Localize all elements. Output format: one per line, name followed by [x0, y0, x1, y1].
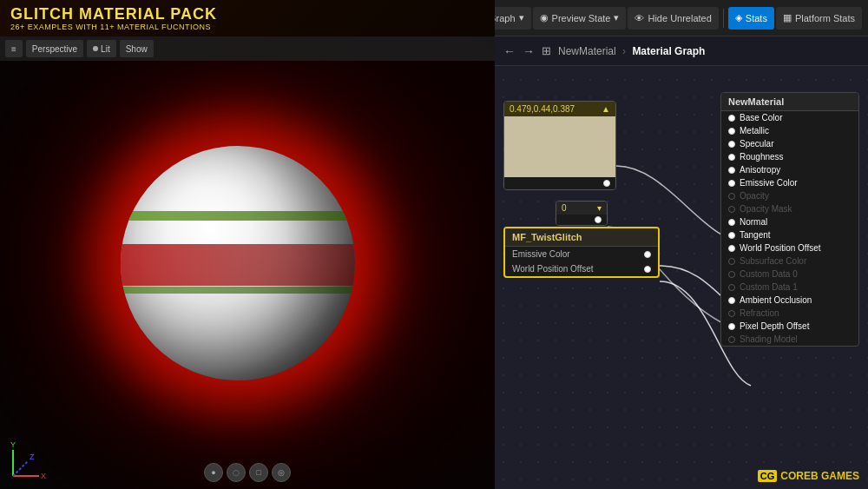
viewport-toolbar: ≡ Perspective Lit Show [0, 36, 495, 61]
viewport-menu-button[interactable]: ≡ [5, 40, 23, 57]
pin-label: Opacity [740, 191, 769, 201]
svg-line-2 [13, 461, 28, 476]
svg-text:X: X [41, 472, 46, 480]
show-button[interactable]: Show [120, 40, 154, 57]
platform-stats-button[interactable]: ▦ Platform Stats [776, 7, 862, 30]
pin-dot[interactable] [728, 258, 735, 265]
preview-state-button[interactable]: ◉ Preview State ▾ [533, 7, 627, 30]
pin-dot[interactable] [728, 115, 735, 122]
pin-dot[interactable] [728, 167, 735, 174]
perspective-button[interactable]: Perspective [26, 40, 83, 57]
mat-pin-base-color: Base Color [721, 111, 858, 124]
mat-pin-anisotropy: Anisotropy [721, 163, 858, 176]
separator-2 [723, 9, 724, 28]
brand-title: GLITCH MATERIAL PACK [10, 6, 495, 22]
forward-arrow[interactable]: → [523, 44, 535, 58]
viewport-bottom-icons: ● ◌ □ ◎ [204, 463, 291, 482]
mat-pin-pixel-depth-offset: Pixel Depth Offset [721, 320, 858, 333]
pin-label: Refraction [740, 308, 779, 318]
mat-pin-normal: Normal [721, 215, 858, 228]
pin-dot[interactable] [728, 323, 735, 330]
viewport-icon-1[interactable]: ● [204, 463, 223, 482]
mat-pin-tangent: Tangent [721, 228, 858, 241]
int-node-output [556, 215, 607, 225]
material-node: NewMaterial Base ColorMetallicSpecularRo… [720, 92, 859, 347]
pin-dot[interactable] [728, 206, 735, 213]
mat-pin-custom-data-0: Custom Data 0 [721, 268, 858, 281]
pin-label: Emissive Color [740, 178, 798, 188]
pin-label: Subsurface Color [740, 256, 806, 266]
pin-dot[interactable] [728, 154, 735, 161]
pin-label: Normal [740, 217, 767, 227]
stats-button[interactable]: ◈ Stats [728, 7, 774, 30]
pin-label: Tangent [740, 230, 771, 240]
pin-dot[interactable] [728, 128, 735, 135]
graph-grid-icon: ⊞ [542, 44, 551, 57]
mat-pin-opacity-mask: Opacity Mask [721, 202, 858, 215]
viewport-icon-3[interactable]: □ [249, 463, 268, 482]
pin-label: Base Color [740, 113, 782, 122]
pin-dot[interactable] [728, 232, 735, 239]
pin-dot[interactable] [728, 219, 735, 226]
pin-label: Pixel Depth Offset [740, 321, 809, 331]
pin-dot[interactable] [728, 193, 735, 200]
graph-header: ← → ⊞ NewMaterial › Material Graph [495, 36, 868, 66]
pin-label: Specular [740, 139, 773, 149]
mat-pin-metallic: Metallic [721, 124, 858, 137]
pin-label: World Position Offset [740, 243, 821, 253]
pin-label: Ambient Occlusion [740, 295, 812, 305]
glitch-worldpos-label: World Position Offset [512, 264, 594, 274]
mat-pin-custom-data-1: Custom Data 1 [721, 281, 858, 294]
mat-pin-ambient-occlusion: Ambient Occlusion [721, 294, 858, 307]
chevron-icon[interactable]: ▾ [597, 203, 602, 213]
glitch-worldpos-output: World Position Offset [505, 261, 658, 276]
pin-label: Metallic [740, 126, 769, 135]
glitch-slice-red [121, 244, 355, 287]
back-arrow[interactable]: ← [503, 44, 516, 58]
pin-dot[interactable] [728, 297, 735, 304]
int-node-header: 0 ▾ [556, 202, 607, 215]
worldpos-output-pin[interactable] [644, 266, 651, 273]
color-sample-node: 0.479,0.44,0.387 ▲ [503, 101, 616, 190]
pin-dot[interactable] [728, 245, 735, 252]
mat-pin-refraction: Refraction [721, 307, 858, 320]
mat-pin-specular: Specular [721, 137, 858, 150]
pin-dot[interactable] [728, 180, 735, 187]
pin-label: Custom Data 0 [740, 269, 798, 279]
pin-dot[interactable] [728, 284, 735, 291]
pin-dot[interactable] [728, 141, 735, 148]
platform-icon: ▦ [783, 12, 792, 23]
glitch-emissive-label: Emissive Color [512, 249, 570, 259]
sphere-mesh [121, 146, 355, 380]
collapse-icon[interactable]: ▲ [602, 104, 610, 114]
pin-dot[interactable] [728, 310, 735, 317]
twist-glitch-node: MF_TwistGlitch Emissive Color World Posi… [503, 227, 660, 278]
chevron-down-icon3: ▾ [519, 12, 524, 23]
brand-subtitle: 26+ EXAMPLES WITH 11+ MATERIAL FUCNTIONS [10, 23, 495, 31]
mat-pin-roughness: Roughness [721, 150, 858, 163]
mat-pin-subsurface-color: Subsurface Color [721, 254, 858, 268]
color-preview-swatch [504, 116, 615, 177]
hide-unrelated-button[interactable]: 👁 Hide Unrelated [628, 7, 718, 30]
pin-dot[interactable] [728, 271, 735, 278]
svg-text:Y: Y [10, 440, 16, 449]
branding-overlay: GLITCH MATERIAL PACK 26+ EXAMPLES WITH 1… [0, 0, 495, 36]
viewport-icon-2[interactable]: ◌ [227, 463, 246, 482]
emissive-output-pin[interactable] [644, 251, 651, 258]
pin-dot[interactable] [728, 336, 735, 343]
chevron-down-icon4: ▾ [614, 12, 619, 23]
graph-panel: ← → ⊞ NewMaterial › Material Graph 0.479… [495, 36, 868, 489]
graph-canvas[interactable]: 0.479,0.44,0.387 ▲ 0 ▾ MF_TwistGlitch [495, 66, 868, 489]
material-node-header: NewMaterial [721, 93, 858, 111]
mat-pin-shading-model: Shading Model [721, 333, 858, 346]
color-output-pin[interactable] [603, 180, 610, 187]
viewport-icon-4[interactable]: ◎ [272, 463, 291, 482]
material-pins: Base ColorMetallicSpecularRoughnessAniso… [721, 111, 858, 346]
lit-button[interactable]: Lit [87, 40, 116, 57]
glitch-emissive-output: Emissive Color [505, 247, 658, 261]
preview-icon: ◉ [540, 12, 549, 23]
int-output-pin[interactable] [595, 216, 602, 223]
cg-badge: CG [758, 470, 778, 482]
mat-pin-emissive-color: Emissive Color [721, 176, 858, 189]
mat-pin-opacity: Opacity [721, 189, 858, 202]
